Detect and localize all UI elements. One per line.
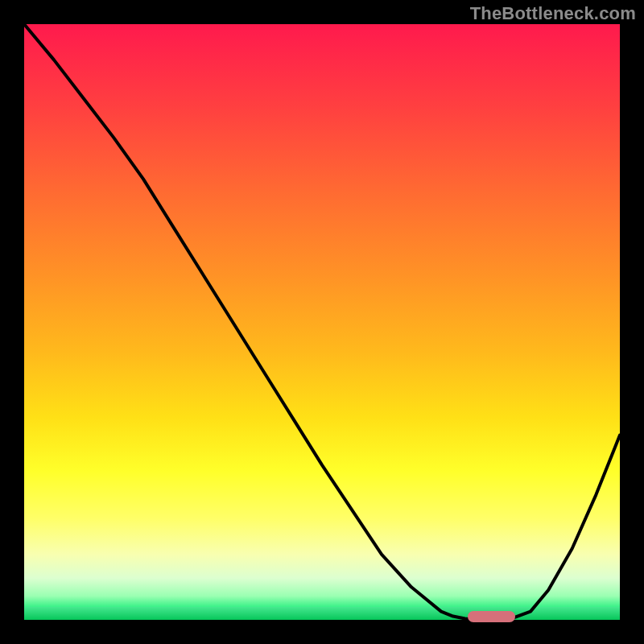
chart-stage: TheBottleneck.com bbox=[0, 0, 644, 644]
optimal-range-marker bbox=[468, 611, 515, 622]
bottleneck-curve bbox=[24, 24, 620, 620]
plot-area bbox=[24, 24, 620, 620]
watermark-text: TheBottleneck.com bbox=[470, 3, 636, 24]
curve-svg bbox=[24, 24, 620, 620]
